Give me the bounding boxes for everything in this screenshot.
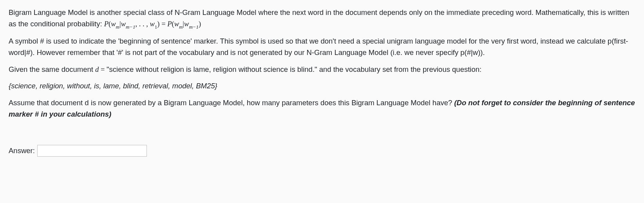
answer-label: Answer: [9, 145, 35, 157]
para5-text-a: Assume that document d is now generated … [9, 99, 454, 107]
answer-row: Answer: [9, 145, 635, 157]
vocabulary-set: {science, religion, without, is, lame, b… [9, 80, 635, 92]
paragraph-1: Bigram Language Model is another special… [9, 7, 635, 30]
paragraph-3: Given the same document d = "science wit… [9, 64, 635, 75]
para3-text-a: Given the same document [9, 65, 95, 73]
paragraph-5: Assume that document d is now generated … [9, 97, 635, 120]
para3-text-b: "science without religion is lame, relig… [107, 65, 481, 73]
doc-variable: d = [95, 66, 107, 73]
formula-conditional-probability: P(wm|wm−1, . . , w1) = P(wm|wm−1) [104, 20, 201, 28]
paragraph-2: A symbol # is used to indicate the 'begi… [9, 36, 635, 58]
answer-input[interactable] [37, 145, 147, 157]
para1-text-a: Bigram Language Model is another special… [9, 8, 629, 28]
